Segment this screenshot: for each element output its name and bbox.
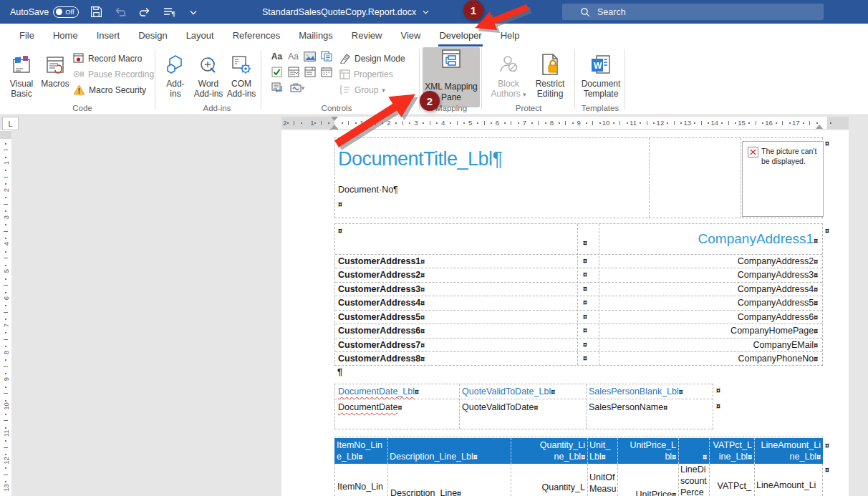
design-mode-button[interactable]: Design Mode bbox=[339, 52, 405, 65]
vertical-ruler[interactable]: 12345678910111213 bbox=[0, 130, 11, 496]
tab-help[interactable]: Help bbox=[491, 24, 529, 47]
group-label-code: Code bbox=[43, 104, 122, 114]
properties-icon bbox=[339, 69, 350, 79]
sales-person-name-value: SalesPersonName¤ bbox=[589, 402, 667, 413]
document-no-label: Document·No¶ bbox=[338, 184, 398, 195]
tab-layout[interactable]: Layout bbox=[177, 24, 223, 47]
ruler-number: 13 bbox=[2, 483, 10, 492]
search-input[interactable]: Search bbox=[562, 4, 824, 20]
company-address-cell: CompanyPhoneNo¤ bbox=[738, 353, 818, 364]
ruler-number: 7 bbox=[2, 321, 10, 329]
company-address-heading: CompanyAddress1¤ bbox=[698, 231, 818, 247]
repeating-section-control-button[interactable] bbox=[269, 82, 284, 94]
picture-content-control-button[interactable] bbox=[302, 50, 317, 62]
record-macro-button[interactable]: Record Macro bbox=[73, 52, 142, 65]
autosave-control[interactable]: AutoSave Off bbox=[10, 6, 79, 18]
items-table-header: ItemNo_Line_Lbl¤ Description_Line_Lbl¤ Q… bbox=[334, 438, 823, 464]
row-marker: ¤ bbox=[716, 386, 720, 394]
svg-text:W: W bbox=[594, 61, 602, 71]
macro-security-button[interactable]: Macro Security bbox=[73, 83, 146, 97]
ruler-number: 1 bbox=[305, 119, 319, 127]
group-separator bbox=[574, 49, 575, 110]
company-address-cell: CompanyEMail¤ bbox=[753, 339, 818, 351]
word-add-ins-button[interactable]: WordAdd-ins bbox=[192, 47, 225, 106]
com-add-ins-button[interactable]: COMAdd-ins bbox=[225, 47, 258, 106]
paragraph-lines-icon[interactable]: ¶ bbox=[162, 5, 176, 19]
items-cell-lineamount: LineAmount_Li bbox=[756, 480, 816, 491]
document-title[interactable]: StandardSalesQuoteCopy.Report.docx bbox=[262, 0, 429, 24]
legacy-tools-chevron-icon: ▾ bbox=[302, 84, 305, 92]
com-add-ins-icon bbox=[231, 47, 252, 76]
restrict-editing-icon bbox=[539, 47, 561, 76]
items-cell-linediscount: LineDiscountPerce bbox=[680, 464, 708, 496]
customer-address-cell: CustomerAddress2¤ bbox=[338, 269, 425, 281]
date-table: DocumentDate_Lbl¤ QuoteValidToDate_Lbl¤ … bbox=[334, 384, 713, 429]
horizontal-ruler[interactable]: 211234567891011121314151617 bbox=[281, 117, 849, 129]
tab-file[interactable]: File bbox=[10, 24, 44, 47]
visual-basic-label: Visual bbox=[10, 79, 33, 89]
rich-text-content-control-button[interactable]: Aa bbox=[269, 50, 284, 62]
items-cell-quantity: Quantity_L bbox=[511, 482, 585, 493]
tab-developer[interactable]: Developer bbox=[430, 24, 491, 47]
document-page[interactable]: DocumentTitle_Lbl¶ Document·No¶ ¤ The pi… bbox=[281, 130, 849, 496]
ruler-number: 15 bbox=[735, 119, 749, 127]
customize-quick-access-icon[interactable] bbox=[186, 5, 201, 19]
tab-review[interactable]: Review bbox=[342, 24, 392, 47]
restrict-editing-button[interactable]: RestrictEditing bbox=[530, 47, 570, 106]
date-picker-content-control-button[interactable] bbox=[319, 66, 334, 78]
autosave-toggle[interactable]: Off bbox=[53, 6, 79, 18]
items-cell-unit: UnitOfMeasu bbox=[589, 472, 617, 495]
company-address-cell: CompanyHomePage¤ bbox=[730, 325, 818, 336]
picture-message: The picture can't be displayed. bbox=[761, 146, 819, 166]
block-authors-button[interactable]: BlockAuthors ▾ bbox=[488, 47, 529, 106]
add-ins-button[interactable]: Add-ins bbox=[160, 47, 191, 106]
macros-button[interactable]: Macros bbox=[39, 47, 72, 106]
company-address-cell: CompanyAddress6¤ bbox=[738, 311, 818, 323]
tab-view[interactable]: View bbox=[391, 24, 430, 47]
building-block-gallery-control-button[interactable] bbox=[319, 50, 334, 62]
ruler-number: 13 bbox=[680, 119, 695, 127]
tab-design[interactable]: Design bbox=[129, 24, 176, 47]
document-date-value: DocumentDate¤ bbox=[338, 402, 402, 413]
tab-mailings[interactable]: Mailings bbox=[289, 24, 342, 47]
group-icon bbox=[339, 84, 351, 95]
redo-icon[interactable] bbox=[138, 5, 152, 19]
save-icon[interactable] bbox=[89, 5, 103, 19]
group-label-controls: Controls bbox=[297, 104, 376, 114]
svg-text:¶: ¶ bbox=[171, 11, 175, 18]
ruler-number: 1 bbox=[355, 119, 369, 127]
ruler-number: 4 bbox=[436, 119, 450, 127]
legacy-tools-button[interactable]: ▾ bbox=[286, 82, 309, 94]
ruler-number: 16 bbox=[762, 119, 776, 127]
properties-button[interactable]: Properties bbox=[339, 67, 393, 81]
first-line-indent-marker[interactable] bbox=[331, 117, 338, 121]
dropdown-list-content-control-button[interactable] bbox=[302, 66, 317, 78]
building-block-icon bbox=[321, 51, 332, 62]
ruler-number: 2 bbox=[278, 119, 292, 127]
tab-insert[interactable]: Insert bbox=[87, 24, 130, 47]
items-cell-description: Description_Line¤ bbox=[390, 487, 461, 496]
visual-basic-icon bbox=[11, 47, 32, 76]
undo-icon[interactable] bbox=[113, 5, 127, 19]
ruler-number: 5 bbox=[2, 267, 10, 276]
tab-references[interactable]: References bbox=[223, 24, 289, 47]
picture-placeholder[interactable]: The picture can't be displayed. bbox=[742, 141, 824, 217]
group-button[interactable]: Group ▾ bbox=[339, 83, 385, 97]
customer-address-cell: CustomerAddress1¤ bbox=[338, 256, 425, 267]
checkbox-control-icon bbox=[271, 67, 282, 77]
tab-selector[interactable]: L bbox=[2, 117, 19, 130]
document-template-button[interactable]: W DocumentTemplate bbox=[580, 47, 622, 106]
combo-box-content-control-button[interactable] bbox=[286, 66, 301, 78]
items-cell-unitprice: UnitPrice¤ bbox=[617, 489, 676, 496]
title-dropdown-icon[interactable] bbox=[423, 9, 429, 15]
visual-basic-button[interactable]: VisualBasic bbox=[6, 47, 37, 106]
tab-home[interactable]: Home bbox=[44, 24, 87, 47]
checkbox-content-control-button[interactable] bbox=[269, 66, 284, 78]
right-indent-marker[interactable] bbox=[816, 125, 823, 129]
pause-recording-button[interactable]: Pause Recording bbox=[73, 67, 154, 81]
ruler-number: 8 bbox=[2, 348, 10, 356]
group-label-add-ins: Add-ins bbox=[178, 104, 256, 114]
row-marker: ¤ bbox=[825, 139, 829, 147]
ruler-number: 2 bbox=[382, 119, 396, 127]
plain-text-content-control-button[interactable]: Aa bbox=[286, 50, 301, 62]
